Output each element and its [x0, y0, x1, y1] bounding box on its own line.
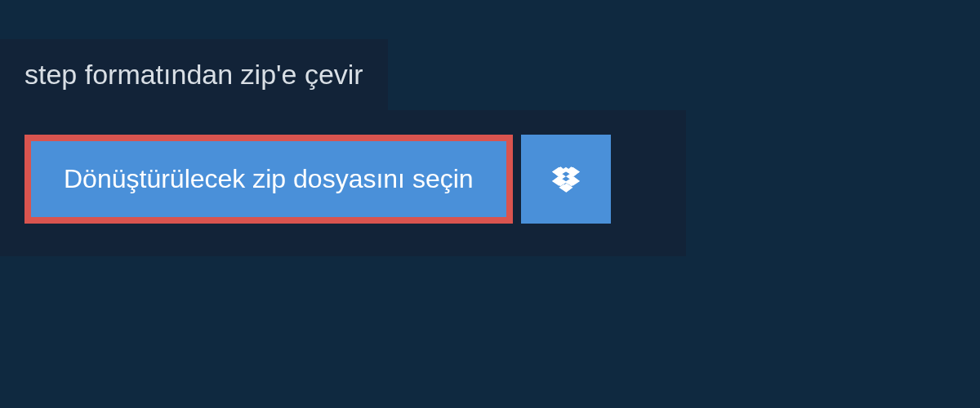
upload-panel: Dönüştürülecek zip dosyasını seçin	[0, 110, 686, 256]
select-file-button[interactable]: Dönüştürülecek zip dosyasını seçin	[24, 135, 513, 224]
select-file-label: Dönüştürülecek zip dosyasını seçin	[64, 164, 474, 193]
upload-button-row: Dönüştürülecek zip dosyasını seçin	[24, 135, 662, 224]
header-tab: step formatından zip'e çevir	[0, 39, 388, 110]
page-title: step formatından zip'e çevir	[24, 59, 363, 90]
dropbox-icon	[551, 165, 581, 194]
dropbox-button[interactable]	[521, 135, 611, 224]
